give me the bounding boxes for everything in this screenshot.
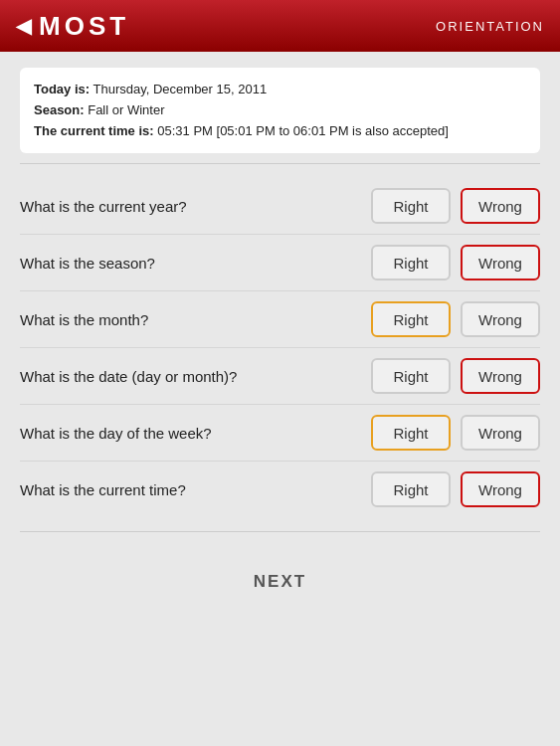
question-text: What is the current year?	[20, 198, 371, 215]
question-text: What is the season?	[20, 255, 371, 272]
right-button[interactable]: Right	[371, 188, 451, 224]
question-row: What is the day of the week?RightWrong	[20, 405, 540, 462]
header-left: ◀ MOST	[16, 11, 129, 42]
button-group: RightWrong	[371, 245, 540, 280]
top-divider	[20, 163, 540, 164]
today-line: Today is: Thursday, December 15, 2011	[34, 80, 526, 100]
time-line: The current time is: 05:31 PM [05:01 PM …	[34, 121, 526, 142]
right-button[interactable]: Right	[371, 415, 451, 451]
button-group: RightWrong	[371, 415, 540, 451]
question-row: What is the current time?RightWrong	[20, 462, 540, 517]
season-value-text: Fall or Winter	[88, 102, 164, 117]
button-group: RightWrong	[371, 188, 540, 224]
button-group: RightWrong	[371, 471, 540, 507]
right-button[interactable]: Right	[371, 245, 451, 280]
wrong-button[interactable]: Wrong	[461, 358, 540, 394]
wrong-button[interactable]: Wrong	[461, 471, 540, 507]
wrong-button[interactable]: Wrong	[461, 245, 540, 280]
question-row: What is the season?RightWrong	[20, 235, 540, 291]
question-text: What is the month?	[20, 311, 371, 328]
question-text: What is the day of the week?	[20, 425, 371, 442]
season-line: Season: Fall or Winter	[34, 100, 526, 121]
right-button[interactable]: Right	[371, 358, 451, 394]
questions-container: What is the current year?RightWrongWhat …	[0, 174, 560, 521]
button-group: RightWrong	[371, 301, 540, 337]
time-label: The current time is:	[34, 123, 154, 138]
info-box: Today is: Thursday, December 15, 2011 Se…	[20, 68, 540, 153]
question-row: What is the current year?RightWrong	[20, 178, 540, 235]
wrong-button[interactable]: Wrong	[461, 415, 540, 451]
footer: NEXT	[0, 542, 560, 622]
button-group: RightWrong	[371, 358, 540, 394]
app-title: MOST	[39, 11, 129, 42]
season-label: Season:	[34, 102, 85, 117]
right-button[interactable]: Right	[371, 471, 451, 507]
app-header: ◀ MOST ORIENTATION	[0, 0, 560, 52]
wrong-button[interactable]: Wrong	[461, 188, 540, 224]
back-icon[interactable]: ◀	[16, 14, 31, 38]
question-text: What is the date (day or month)?	[20, 368, 371, 385]
today-value-text: Thursday, December 15, 2011	[93, 82, 268, 96]
right-button[interactable]: Right	[371, 301, 451, 337]
question-row: What is the date (day or month)?RightWro…	[20, 348, 540, 405]
question-text: What is the current time?	[20, 481, 371, 498]
today-label: Today is:	[34, 82, 90, 96]
question-row: What is the month?RightWrong	[20, 291, 540, 348]
bottom-divider	[20, 531, 540, 532]
next-button[interactable]: NEXT	[254, 572, 306, 592]
time-value-text: 05:31 PM [05:01 PM to 06:01 PM is also a…	[157, 123, 449, 138]
wrong-button[interactable]: Wrong	[461, 301, 540, 337]
section-title: ORIENTATION	[436, 19, 544, 34]
